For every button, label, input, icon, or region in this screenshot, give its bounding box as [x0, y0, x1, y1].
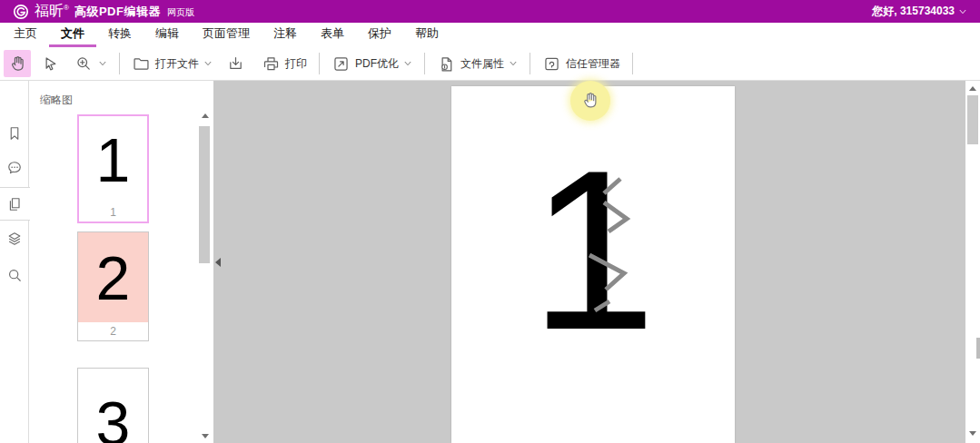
- file-properties-button[interactable]: 文件属性: [431, 50, 523, 77]
- search-icon[interactable]: [5, 266, 24, 284]
- file-toolbar: 打开文件 打印 PDF优化: [0, 47, 980, 81]
- file-properties-label: 文件属性: [460, 56, 504, 72]
- thumbnail-page-preview: 2: [78, 232, 148, 322]
- thumbnail-page-preview: 3: [78, 369, 148, 443]
- toolbar-separator: [319, 53, 320, 74]
- download-button[interactable]: [222, 50, 249, 77]
- zoom-tool-button[interactable]: [69, 50, 113, 77]
- open-file-button[interactable]: 打开文件: [126, 50, 218, 77]
- user-account-menu[interactable]: 您好, 315734033: [872, 4, 967, 19]
- zoom-icon: [74, 54, 94, 74]
- menu-convert[interactable]: 转换: [96, 23, 144, 47]
- menu-protect[interactable]: 保护: [356, 23, 403, 47]
- page-thumbnail-3[interactable]: 3: [77, 368, 149, 443]
- workspace: 缩略图 1 1 2 2 3: [0, 81, 980, 443]
- thumbnail-digit: 1: [96, 129, 131, 191]
- scroll-down-arrow[interactable]: [969, 431, 976, 436]
- toolbar-separator: [632, 53, 633, 74]
- menu-page-management[interactable]: 页面管理: [191, 23, 262, 47]
- print-label: 打印: [285, 56, 307, 72]
- chevron-down-icon: [403, 59, 412, 68]
- trust-manager-button[interactable]: 信任管理器: [537, 50, 626, 77]
- menu-form[interactable]: 表单: [309, 23, 356, 47]
- comment-icon[interactable]: [5, 159, 24, 177]
- trust-manager-label: 信任管理器: [566, 56, 620, 72]
- panel-collapse-handle[interactable]: [215, 258, 221, 267]
- thumbnail-page-preview: 1: [79, 116, 147, 203]
- main-menubar: 主页 文件 转换 编辑 页面管理 注释 表单 保护 帮助: [0, 23, 980, 47]
- file-properties-icon: [437, 54, 456, 74]
- scrollbar-mark: [976, 338, 980, 359]
- document-scrollbar: [965, 81, 980, 443]
- document-canvas[interactable]: 1: [213, 81, 965, 443]
- trust-manager-icon: [542, 54, 561, 74]
- menu-file[interactable]: 文件: [49, 23, 96, 47]
- foxit-pdf-editor-window: 福昕® 高级PDF编辑器 网页版 您好, 315734033 主页 文件 转换 …: [0, 0, 980, 443]
- toolbar-separator: [530, 53, 530, 74]
- registered-mark: ®: [64, 4, 69, 12]
- page-thumbnail-1[interactable]: 1 1: [77, 114, 149, 223]
- brand-area: 福昕® 高级PDF编辑器 网页版: [13, 2, 194, 21]
- folder-icon: [132, 54, 151, 74]
- download-icon: [226, 54, 245, 74]
- menu-help[interactable]: 帮助: [403, 23, 450, 47]
- select-tool-button[interactable]: [36, 50, 64, 77]
- brand-name: 福昕®: [35, 2, 69, 21]
- chevron-down-icon: [98, 59, 107, 68]
- pdf-optimize-button[interactable]: PDF优化: [326, 50, 418, 77]
- scroll-up-arrow[interactable]: [969, 86, 976, 91]
- thumbnail-panel-title: 缩略图: [40, 93, 73, 108]
- chevron-down-icon: [958, 7, 967, 16]
- print-button[interactable]: 打印: [256, 50, 312, 77]
- user-greeting: 您好, 315734033: [872, 4, 955, 19]
- printer-icon: [262, 54, 281, 74]
- toolbar-separator: [424, 53, 425, 74]
- panel-scroll-up-arrow[interactable]: [202, 113, 209, 118]
- pdf-optimize-icon: [332, 54, 351, 74]
- menu-edit[interactable]: 编辑: [144, 23, 191, 47]
- open-file-label: 打开文件: [155, 56, 199, 72]
- menu-home[interactable]: 主页: [2, 23, 49, 47]
- hand-icon: [8, 54, 27, 74]
- watermark-marks: [451, 86, 735, 443]
- chevron-down-icon: [203, 59, 213, 68]
- scrollbar-thumb[interactable]: [967, 95, 978, 144]
- pdf-optimize-label: PDF优化: [355, 56, 399, 72]
- left-panel-tabs: [0, 81, 29, 443]
- product-title: 高级PDF编辑器: [74, 4, 161, 20]
- thumbnail-page-number: 1: [79, 203, 147, 222]
- foxit-logo-icon: [13, 4, 29, 20]
- hand-cursor-icon: [580, 91, 600, 111]
- thumbnail-page-number: 2: [78, 322, 148, 340]
- menu-comment[interactable]: 注释: [262, 23, 309, 47]
- thumbnail-digit: 3: [96, 392, 131, 443]
- panel-scrollbar-thumb[interactable]: [199, 126, 210, 263]
- pdf-page[interactable]: 1: [451, 86, 735, 443]
- top-brand-bar: 福昕® 高级PDF编辑器 网页版 您好, 315734033: [0, 0, 980, 23]
- thumbnail-digit: 2: [96, 247, 131, 309]
- bookmark-icon[interactable]: [5, 124, 24, 143]
- chevron-down-icon: [509, 59, 518, 68]
- thumbnail-panel: 缩略图 1 1 2 2 3: [30, 81, 213, 443]
- toolbar-separator: [119, 53, 120, 74]
- pages-icon[interactable]: [5, 195, 24, 213]
- panel-scroll-down-arrow[interactable]: [202, 434, 209, 438]
- edition-label: 网页版: [167, 6, 194, 19]
- select-arrow-icon: [41, 54, 60, 74]
- layers-icon[interactable]: [5, 230, 24, 248]
- page-thumbnail-2[interactable]: 2 2: [77, 231, 149, 341]
- hand-tool-button[interactable]: [4, 50, 31, 77]
